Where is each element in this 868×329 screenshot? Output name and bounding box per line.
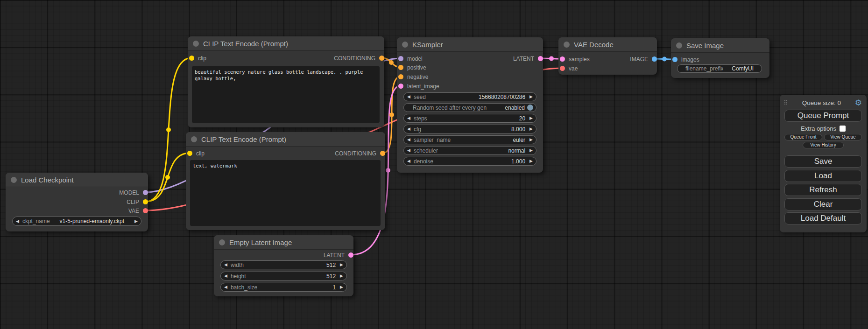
input-slot-vae[interactable]: vae [560, 65, 578, 72]
output-port-clip[interactable] [143, 199, 148, 204]
output-slot-conditioning[interactable]: CONDITIONING [335, 150, 385, 157]
input-slot-clip[interactable]: clip [189, 55, 206, 62]
node-load-checkpoint[interactable]: Load Checkpoint MODEL CLIP VAE ◀ ckpt_na… [6, 173, 148, 231]
output-port-latent[interactable] [348, 252, 353, 258]
output-slot-vae[interactable]: VAE [128, 207, 148, 214]
denoise-widget[interactable]: ◀ denoise 1.000 ▶ [403, 157, 536, 166]
node-clip-text-encode-negative[interactable]: CLIP Text Encode (Prompt) clip CONDITION… [186, 132, 385, 230]
output-slot-model[interactable]: MODEL [119, 189, 148, 196]
save-button[interactable]: Save [784, 155, 862, 168]
output-port-vae[interactable] [143, 208, 148, 213]
output-port-image[interactable] [652, 56, 657, 62]
node-ksampler[interactable]: KSampler model positive negative latent_… [397, 37, 543, 173]
collapse-dot-icon[interactable] [193, 41, 199, 47]
output-port-conditioning[interactable] [380, 151, 385, 156]
collapse-dot-icon[interactable] [191, 136, 197, 142]
view-history-button[interactable]: View History [803, 142, 844, 148]
input-port-model[interactable] [398, 56, 403, 61]
settings-gear-icon[interactable]: ⚙ [855, 99, 862, 107]
decrement-arrow-icon[interactable]: ◀ [16, 219, 19, 224]
node-clip-text-encode-positive[interactable]: CLIP Text Encode (Prompt) clip CONDITION… [188, 36, 384, 127]
input-slot-images[interactable]: images [672, 56, 699, 63]
toggle-icon[interactable] [527, 105, 533, 111]
increment-arrow-icon[interactable]: ▶ [529, 127, 533, 131]
cfg-widget[interactable]: ◀ cfg 8.000 ▶ [403, 125, 536, 133]
filename-prefix-widget[interactable]: filename_prefix ComfyUI [677, 64, 762, 73]
random-seed-widget[interactable]: Random seed after every gen enabled [403, 103, 536, 112]
node-header[interactable]: Empty Latent Image [214, 235, 353, 250]
decrement-arrow-icon[interactable]: ◀ [224, 285, 227, 289]
decrement-arrow-icon[interactable]: ◀ [407, 138, 410, 142]
input-port-images[interactable] [672, 57, 677, 62]
output-port-latent[interactable] [538, 56, 543, 61]
increment-arrow-icon[interactable]: ▶ [340, 285, 343, 289]
increment-arrow-icon[interactable]: ▶ [529, 148, 533, 153]
output-slot-latent[interactable]: LATENT [513, 55, 543, 62]
prompt-textarea[interactable]: beautiful scenery nature glass bottle la… [192, 66, 380, 123]
height-widget[interactable]: ◀ height 512 ▶ [220, 272, 347, 280]
node-empty-latent-image[interactable]: Empty Latent Image LATENT ◀ width 512 ▶ … [214, 235, 353, 296]
collapse-dot-icon[interactable] [564, 42, 570, 48]
increment-arrow-icon[interactable]: ▶ [340, 263, 343, 267]
output-slot-conditioning[interactable]: CONDITIONING [334, 55, 384, 62]
decrement-arrow-icon[interactable]: ◀ [407, 148, 410, 153]
queue-prompt-button[interactable]: Queue Prompt [784, 110, 862, 122]
collapse-dot-icon[interactable] [219, 239, 225, 245]
node-header[interactable]: CLIP Text Encode (Prompt) [188, 36, 384, 51]
load-default-button[interactable]: Load Default [784, 212, 862, 224]
input-port-positive[interactable] [398, 65, 403, 70]
scheduler-widget[interactable]: ◀ scheduler normal ▶ [403, 146, 536, 155]
extra-options-checkbox[interactable] [840, 126, 846, 132]
input-port-clip[interactable] [189, 56, 194, 61]
collapse-dot-icon[interactable] [402, 42, 408, 48]
steps-widget[interactable]: ◀ steps 20 ▶ [403, 114, 536, 123]
increment-arrow-icon[interactable]: ▶ [529, 116, 533, 120]
decrement-arrow-icon[interactable]: ◀ [407, 116, 410, 120]
increment-arrow-icon[interactable]: ▶ [529, 138, 533, 142]
batch-size-widget[interactable]: ◀ batch_size 1 ▶ [220, 283, 347, 292]
decrement-arrow-icon[interactable]: ◀ [224, 274, 227, 278]
view-queue-button[interactable]: View Queue [824, 134, 862, 140]
input-slot-positive[interactable]: positive [398, 64, 426, 71]
input-slot-samples[interactable]: samples [560, 56, 590, 63]
input-port-samples[interactable] [560, 56, 565, 62]
node-vae-decode[interactable]: VAE Decode samples vae IMAGE [558, 37, 657, 75]
seed-widget[interactable]: ◀ seed 156680208700286 ▶ [403, 92, 536, 101]
clear-button[interactable]: Clear [784, 198, 862, 210]
output-port-conditioning[interactable] [379, 56, 384, 61]
input-port-latent-image[interactable] [398, 84, 403, 89]
load-button[interactable]: Load [784, 170, 862, 182]
input-slot-negative[interactable]: negative [398, 73, 428, 80]
output-slot-image[interactable]: IMAGE [630, 56, 657, 63]
input-slot-latent-image[interactable]: latent_image [398, 83, 439, 90]
input-slot-clip[interactable]: clip [187, 150, 205, 157]
node-header[interactable]: KSampler [397, 37, 543, 52]
sampler-name-widget[interactable]: ◀ sampler_name euler ▶ [403, 135, 536, 144]
input-port-clip[interactable] [187, 151, 192, 156]
node-header[interactable]: CLIP Text Encode (Prompt) [186, 132, 385, 147]
decrement-arrow-icon[interactable]: ◀ [407, 127, 410, 131]
refresh-button[interactable]: Refresh [784, 184, 862, 196]
input-slot-model[interactable]: model [398, 55, 423, 62]
node-header[interactable]: Save Image [671, 38, 769, 53]
output-port-model[interactable] [143, 190, 148, 195]
collapse-dot-icon[interactable] [676, 42, 682, 49]
collapse-dot-icon[interactable] [11, 177, 17, 183]
increment-arrow-icon[interactable]: ▶ [340, 274, 343, 278]
decrement-arrow-icon[interactable]: ◀ [224, 263, 227, 267]
decrement-arrow-icon[interactable]: ◀ [407, 95, 410, 99]
increment-arrow-icon[interactable]: ▶ [529, 95, 533, 99]
ckpt-name-widget[interactable]: ◀ ckpt_name v1-5-pruned-emaonly.ckpt ▶ [12, 217, 141, 226]
node-header[interactable]: Load Checkpoint [6, 173, 148, 187]
graph-canvas[interactable]: Load Checkpoint MODEL CLIP VAE ◀ ckpt_na… [0, 0, 868, 329]
input-port-negative[interactable] [398, 74, 403, 79]
output-slot-clip[interactable]: CLIP [127, 198, 148, 205]
increment-arrow-icon[interactable]: ▶ [529, 159, 533, 163]
prompt-textarea[interactable]: text, watermark [190, 160, 381, 226]
queue-front-button[interactable]: Queue Front [784, 134, 822, 140]
width-widget[interactable]: ◀ width 512 ▶ [220, 260, 347, 269]
output-slot-latent[interactable]: LATENT [324, 252, 353, 259]
node-header[interactable]: VAE Decode [558, 37, 657, 52]
decrement-arrow-icon[interactable]: ◀ [407, 159, 410, 163]
input-port-vae[interactable] [560, 66, 565, 71]
